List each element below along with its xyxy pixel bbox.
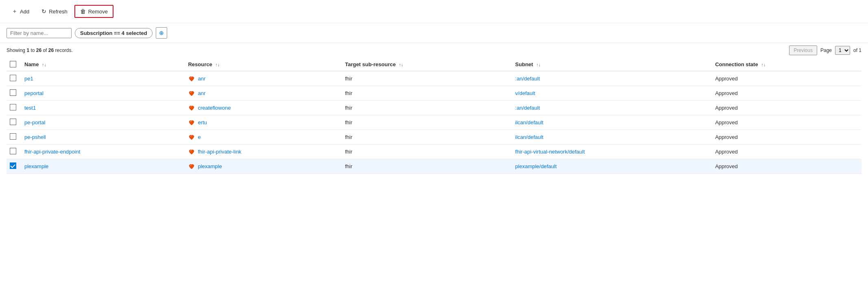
add-filter-icon: ⊕ <box>159 30 164 36</box>
resource-link[interactable]: anr <box>198 90 205 96</box>
row-connection-state-cell: Approved <box>712 101 861 115</box>
row-resource-cell: fhir-api-private-link <box>185 145 342 159</box>
row-checkbox-cell <box>7 159 21 174</box>
row-target-cell: fhir <box>342 145 512 159</box>
resource-link[interactable]: anr <box>198 76 205 82</box>
row-target-cell: fhir <box>342 71 512 86</box>
row-connection-state-cell: Approved <box>712 71 861 86</box>
resource-cell-content: plexample <box>188 163 338 170</box>
row-checkbox-cell <box>7 115 21 130</box>
name-header[interactable]: Name ↑↓ <box>21 58 185 71</box>
page-label: Page <box>820 48 832 53</box>
subnet-link[interactable]: :an/default <box>515 105 540 111</box>
row-name-link[interactable]: test1 <box>24 105 36 111</box>
remove-icon: 🗑 <box>80 8 86 15</box>
row-checkbox-cell <box>7 86 21 101</box>
row-target-cell: fhir <box>342 130 512 145</box>
row-checkbox[interactable] <box>10 133 16 140</box>
of-label: of 1 <box>853 48 861 53</box>
resource-header[interactable]: Resource ↑↓ <box>185 58 342 71</box>
row-subnet-cell: fhir-api-virtual-network/default <box>512 145 712 159</box>
row-resource-cell: e <box>185 130 342 145</box>
resource-sort-icon: ↑↓ <box>215 62 220 67</box>
table-row: plexample plexamplefhirplexample/default… <box>7 159 861 174</box>
subnet-link[interactable]: v/default <box>515 90 535 96</box>
table-body: pe1 anrfhir:an/defaultApprovedpeportal a… <box>7 71 861 174</box>
subnet-link[interactable]: plexample/default <box>515 163 557 169</box>
table-header-row: Name ↑↓ Resource ↑↓ Target sub-resource … <box>7 58 861 71</box>
resource-link[interactable]: fhir-api-private-link <box>198 149 241 155</box>
row-name-link[interactable]: fhir-api-private-endpoint <box>24 149 80 155</box>
subscription-filter-tag[interactable]: Subscription == 4 selected <box>75 28 153 38</box>
subnet-link[interactable]: fhir-api-virtual-network/default <box>515 149 585 155</box>
pagination: Previous Page 1 of 1 <box>789 45 861 55</box>
table-row: peportal anrfhirv/defaultApproved <box>7 86 861 101</box>
previous-button[interactable]: Previous <box>789 45 817 55</box>
subnet-header[interactable]: Subnet ↑↓ <box>512 58 712 71</box>
connection-sort-icon: ↑↓ <box>761 62 765 67</box>
row-name-cell: pe1 <box>21 71 185 86</box>
add-label: Add <box>20 9 29 15</box>
row-name-cell: fhir-api-private-endpoint <box>21 145 185 159</box>
row-checkbox[interactable] <box>10 119 16 125</box>
select-all-header[interactable] <box>7 58 21 71</box>
row-checkbox-cell <box>7 145 21 159</box>
row-subnet-cell: plexample/default <box>512 159 712 174</box>
subnet-sort-icon: ↑↓ <box>536 62 541 67</box>
row-name-link[interactable]: pe-pshell <box>24 134 46 140</box>
row-checkbox-cell <box>7 130 21 145</box>
resource-link[interactable]: e <box>198 134 201 140</box>
row-name-link[interactable]: peportal <box>24 90 44 96</box>
connection-state-header[interactable]: Connection state ↑↓ <box>712 58 861 71</box>
table-row: pe-portal ertufhirilcan/defaultApproved <box>7 115 861 130</box>
row-name-cell: pe-portal <box>21 115 185 130</box>
remove-label: Remove <box>88 9 108 15</box>
subnet-link[interactable]: ilcan/default <box>515 119 543 126</box>
row-connection-state-cell: Approved <box>712 86 861 101</box>
refresh-icon: ↻ <box>41 8 46 15</box>
row-connection-state-cell: Approved <box>712 159 861 174</box>
row-subnet-cell: ilcan/default <box>512 115 712 130</box>
record-summary: Showing 1 to 26 of 26 records. <box>7 48 73 53</box>
row-name-link[interactable]: pe-portal <box>24 119 45 126</box>
resource-cell-content: e <box>188 134 338 141</box>
resource-cell-content: fhir-api-private-link <box>188 148 338 156</box>
row-target-cell: fhir <box>342 101 512 115</box>
row-checkbox-cell <box>7 71 21 86</box>
add-button[interactable]: ＋ Add <box>7 5 35 18</box>
subnet-link[interactable]: :an/default <box>515 76 540 82</box>
filter-input[interactable] <box>7 28 72 38</box>
row-resource-cell: anr <box>185 71 342 86</box>
refresh-button[interactable]: ↻ Refresh <box>36 5 73 17</box>
resource-cell-content: anr <box>188 90 338 97</box>
row-subnet-cell: :an/default <box>512 71 712 86</box>
row-checkbox[interactable] <box>10 89 16 96</box>
row-resource-cell: createflowone <box>185 101 342 115</box>
row-checkbox[interactable] <box>10 148 16 154</box>
select-all-checkbox[interactable] <box>10 61 16 67</box>
record-count-row: Showing 1 to 26 of 26 records. Previous … <box>0 43 868 58</box>
resource-link[interactable]: ertu <box>198 119 207 126</box>
target-sub-resource-header[interactable]: Target sub-resource ↑↓ <box>342 58 512 71</box>
row-subnet-cell: v/default <box>512 86 712 101</box>
row-connection-state-cell: Approved <box>712 115 861 130</box>
row-name-link[interactable]: plexample <box>24 163 48 169</box>
row-target-cell: fhir <box>342 159 512 174</box>
resource-link[interactable]: plexample <box>198 163 222 169</box>
target-sort-icon: ↑↓ <box>399 62 403 67</box>
table-container: Name ↑↓ Resource ↑↓ Target sub-resource … <box>0 58 868 174</box>
row-resource-cell: anr <box>185 86 342 101</box>
row-checkbox[interactable] <box>10 104 16 110</box>
row-name-link[interactable]: pe1 <box>24 76 33 82</box>
row-connection-state-cell: Approved <box>712 130 861 145</box>
subnet-link[interactable]: ilcan/default <box>515 134 543 140</box>
table-row: test1 createflowonefhir:an/defaultApprov… <box>7 101 861 115</box>
row-checkbox-cell <box>7 101 21 115</box>
resource-link[interactable]: createflowone <box>198 105 231 111</box>
row-checkbox[interactable] <box>10 75 16 81</box>
row-checkbox[interactable] <box>10 162 16 169</box>
remove-button[interactable]: 🗑 Remove <box>74 5 113 18</box>
page-select[interactable]: 1 <box>835 46 850 55</box>
table-row: pe-pshell efhirilcan/defaultApproved <box>7 130 861 145</box>
add-filter-button[interactable]: ⊕ <box>156 27 167 39</box>
